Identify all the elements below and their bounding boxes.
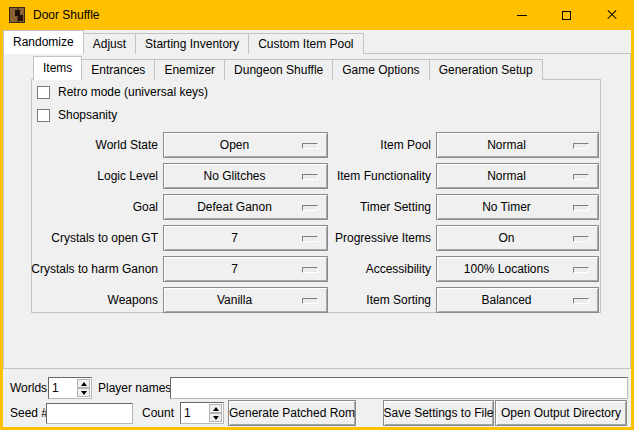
tab-items[interactable]: Items	[33, 56, 82, 80]
crystals-harm-ganon-label: Crystals to harm Ganon	[30, 256, 158, 282]
count-spin-up-button[interactable]	[209, 404, 222, 413]
dropdown-indicator-icon	[573, 174, 589, 180]
timer-setting-label: Timer Setting	[294, 194, 431, 220]
seed-label: Seed #	[10, 403, 48, 424]
save-settings-button[interactable]: Save Settings to File	[383, 400, 494, 426]
count-spinbox[interactable]: 1	[180, 402, 224, 424]
tab-game-options[interactable]: Game Options	[332, 59, 429, 80]
title-bar: Door Shuffle	[0, 0, 634, 30]
weapons-label: Weapons	[30, 287, 158, 313]
logic-level-label: Logic Level	[30, 163, 158, 189]
minimize-button[interactable]	[499, 0, 544, 30]
shopsanity-checkbox-row: Shopsanity	[37, 108, 117, 122]
tab-randomize[interactable]: Randomize	[3, 30, 84, 54]
worlds-spinbox[interactable]: 1	[48, 377, 92, 399]
dropdown-indicator-icon	[573, 205, 589, 211]
worlds-spin-down-button[interactable]	[77, 388, 90, 397]
world-state-label: World State	[30, 132, 158, 158]
app-icon	[9, 7, 25, 23]
count-spin-down-button[interactable]	[209, 413, 222, 422]
app-window: Door Shuffle Randomize Adjust Starting I…	[0, 0, 634, 430]
item-sorting-dropdown[interactable]: Balanced	[436, 287, 599, 313]
generate-patched-rom-button[interactable]: Generate Patched Rom	[228, 400, 356, 426]
arrow-down-icon	[213, 416, 219, 420]
worlds-label: Worlds	[10, 377, 47, 399]
client-area: Randomize Adjust Starting Inventory Cust…	[3, 30, 631, 427]
retro-mode-checkbox-row: Retro mode (universal keys)	[37, 85, 208, 99]
progressive-items-label: Progressive Items	[294, 225, 431, 251]
window-title: Door Shuffle	[33, 8, 100, 22]
arrow-up-icon	[213, 407, 219, 411]
player-names-input[interactable]	[170, 377, 628, 399]
dropdown-indicator-icon	[573, 298, 589, 304]
retro-mode-checkbox[interactable]	[37, 86, 50, 99]
tab-enemizer[interactable]: Enemizer	[154, 59, 225, 80]
player-names-label: Player names	[98, 377, 171, 399]
item-functionality-dropdown[interactable]: Normal	[436, 163, 599, 189]
retro-mode-label: Retro mode (universal keys)	[58, 86, 208, 99]
item-sorting-label: Item Sorting	[294, 287, 431, 313]
sub-tab-bar: Items Entrances Enemizer Dungeon Shuffle…	[33, 56, 542, 80]
tab-entrances[interactable]: Entrances	[81, 59, 155, 80]
shopsanity-checkbox[interactable]	[37, 109, 50, 122]
dropdown-indicator-icon	[573, 143, 589, 149]
tab-starting-inventory[interactable]: Starting Inventory	[135, 33, 249, 54]
item-functionality-label: Item Functionality	[294, 163, 431, 189]
tab-custom-item-pool[interactable]: Custom Item Pool	[248, 33, 363, 54]
tab-generation-setup[interactable]: Generation Setup	[429, 59, 543, 80]
minimize-icon	[517, 15, 527, 16]
arrow-up-icon	[81, 382, 87, 386]
item-pool-label: Item Pool	[294, 132, 431, 158]
progressive-items-dropdown[interactable]: On	[436, 225, 599, 251]
timer-setting-dropdown[interactable]: No Timer	[436, 194, 599, 220]
accessibility-dropdown[interactable]: 100% Locations	[436, 256, 599, 282]
crystals-open-gt-label: Crystals to open GT	[30, 225, 158, 251]
main-tab-bar: Randomize Adjust Starting Inventory Cust…	[3, 30, 363, 54]
seed-input[interactable]	[46, 403, 133, 424]
count-label: Count	[142, 403, 174, 424]
shopsanity-label: Shopsanity	[58, 109, 117, 122]
items-tab-panel: Retro mode (universal keys) Shopsanity W…	[31, 79, 601, 313]
close-icon	[606, 9, 618, 21]
dropdown-indicator-icon	[573, 236, 589, 242]
goal-label: Goal	[30, 194, 158, 220]
dropdown-indicator-icon	[573, 267, 589, 273]
maximize-button[interactable]	[544, 0, 589, 30]
open-output-directory-button[interactable]: Open Output Directory	[495, 400, 627, 426]
tab-dungeon-shuffle[interactable]: Dungeon Shuffle	[224, 59, 333, 80]
worlds-spin-up-button[interactable]	[77, 379, 90, 388]
arrow-down-icon	[81, 391, 87, 395]
close-button[interactable]	[589, 0, 634, 30]
tab-adjust[interactable]: Adjust	[83, 33, 136, 54]
item-pool-dropdown[interactable]: Normal	[436, 132, 599, 158]
accessibility-label: Accessibility	[294, 256, 431, 282]
maximize-icon	[562, 11, 571, 20]
